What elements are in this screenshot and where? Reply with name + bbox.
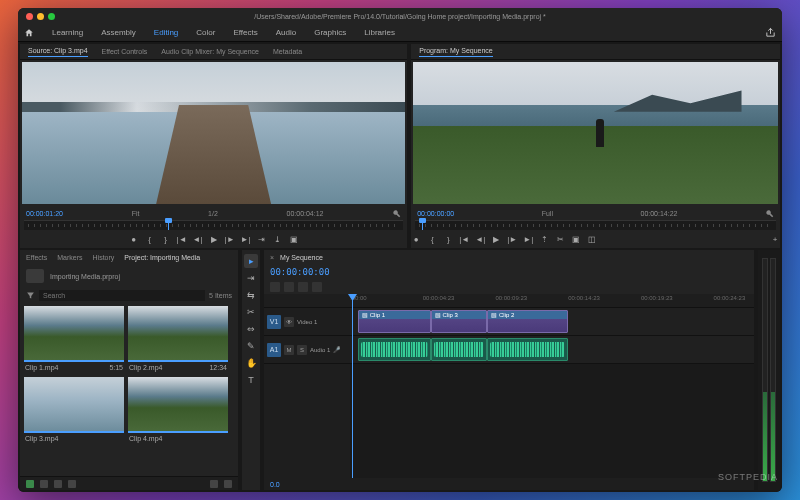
audio-track-1[interactable] <box>350 336 754 364</box>
timeline-audio-clip[interactable] <box>358 338 431 361</box>
sequence-name[interactable]: My Sequence <box>280 254 323 261</box>
icon-view-icon[interactable] <box>54 480 62 488</box>
extract-icon[interactable]: ✂ <box>555 234 565 244</box>
workspace-learning[interactable]: Learning <box>52 28 83 37</box>
compare-icon[interactable]: ◫ <box>587 234 597 244</box>
go-to-in-icon[interactable]: |◄ <box>177 234 187 244</box>
wrench-icon[interactable] <box>392 209 401 218</box>
program-scrubber[interactable] <box>415 220 776 230</box>
pen-tool-icon[interactable]: ✎ <box>244 339 258 353</box>
tab-effects[interactable]: Effects <box>26 254 47 261</box>
list-view-icon[interactable] <box>40 480 48 488</box>
trash-icon[interactable] <box>224 480 232 488</box>
play-icon[interactable]: ▶ <box>209 234 219 244</box>
insert-icon[interactable]: ⇥ <box>257 234 267 244</box>
go-to-out-icon[interactable]: ►| <box>523 234 533 244</box>
go-to-out-icon[interactable]: ►| <box>241 234 251 244</box>
marker-icon[interactable] <box>298 282 308 292</box>
clip-item[interactable]: Clip 4.mp4 <box>128 377 228 444</box>
source-playhead[interactable] <box>168 221 169 230</box>
timeline-audio-clip[interactable] <box>487 338 568 361</box>
step-forward-icon[interactable]: |► <box>507 234 517 244</box>
clip-item[interactable]: Clip 2.mp412:34 <box>128 306 228 373</box>
settings-icon[interactable] <box>312 282 322 292</box>
workspace-audio[interactable]: Audio <box>276 28 296 37</box>
mute-icon[interactable]: M <box>284 345 294 355</box>
track-header-a1[interactable]: A1 M S Audio 1 🎤 <box>264 336 350 364</box>
project-search-input[interactable] <box>39 290 205 301</box>
play-icon[interactable]: ▶ <box>491 234 501 244</box>
workspace-editing[interactable]: Editing <box>154 28 178 37</box>
step-back-icon[interactable]: ◄| <box>193 234 203 244</box>
voiceover-icon[interactable]: 🎤 <box>333 346 340 353</box>
step-back-icon[interactable]: ◄| <box>475 234 485 244</box>
razor-tool-icon[interactable]: ✂ <box>244 305 258 319</box>
video-track-1[interactable]: ▧ Clip 1 ▧ Clip 3 ▧ Clip 2 <box>350 308 754 336</box>
step-forward-icon[interactable]: |► <box>225 234 235 244</box>
slip-tool-icon[interactable]: ⇔ <box>244 322 258 336</box>
overwrite-icon[interactable]: ⤓ <box>273 234 283 244</box>
freeform-view-icon[interactable] <box>68 480 76 488</box>
timeline-clip[interactable]: ▧ Clip 2 <box>487 310 568 333</box>
home-icon[interactable] <box>24 28 34 38</box>
workspace-assembly[interactable]: Assembly <box>101 28 136 37</box>
program-monitor[interactable] <box>413 62 778 204</box>
timeline-audio-clip[interactable] <box>431 338 488 361</box>
tab-audio-clip-mixer[interactable]: Audio Clip Mixer: My Sequence <box>161 48 259 55</box>
lift-icon[interactable]: ⇡ <box>539 234 549 244</box>
source-timecode-in[interactable]: 00:00:01:20 <box>26 210 63 217</box>
workspace-effects[interactable]: Effects <box>233 28 257 37</box>
workspace-color[interactable]: Color <box>196 28 215 37</box>
solo-icon[interactable]: S <box>297 345 307 355</box>
track-tag-a1[interactable]: A1 <box>267 343 281 357</box>
export-frame-icon[interactable]: ▣ <box>571 234 581 244</box>
mark-in-icon[interactable]: { <box>145 234 155 244</box>
timeline-clip[interactable]: ▧ Clip 3 <box>431 310 488 333</box>
tab-program[interactable]: Program: My Sequence <box>419 47 493 57</box>
close-icon[interactable] <box>26 13 33 20</box>
type-tool-icon[interactable]: T <box>244 373 258 387</box>
hand-tool-icon[interactable]: ✋ <box>244 356 258 370</box>
share-icon[interactable] <box>765 27 776 38</box>
tab-effect-controls[interactable]: Effect Controls <box>102 48 148 55</box>
source-zoom-fit[interactable]: Fit <box>132 210 140 217</box>
timeline-timecode[interactable]: 00:00:00:00 <box>270 267 330 277</box>
tab-project[interactable]: Project: Importing Media <box>124 254 200 261</box>
workspace-libraries[interactable]: Libraries <box>364 28 395 37</box>
timeline-playhead[interactable] <box>352 294 353 478</box>
clip-item[interactable]: Clip 1.mp45:15 <box>24 306 124 373</box>
track-select-tool-icon[interactable]: ⇥ <box>244 271 258 285</box>
plus-icon[interactable]: + <box>770 234 780 244</box>
mark-out-icon[interactable]: } <box>443 234 453 244</box>
tab-source[interactable]: Source: Clip 3.mp4 <box>28 47 88 57</box>
track-header-v1[interactable]: V1 👁 Video 1 <box>264 308 350 336</box>
program-timecode-in[interactable]: 00:00:00:00 <box>417 210 454 217</box>
add-marker-icon[interactable]: ● <box>411 234 421 244</box>
track-tag-v1[interactable]: V1 <box>267 315 281 329</box>
clip-item[interactable]: Clip 3.mp4 <box>24 377 124 444</box>
snap-icon[interactable] <box>270 282 280 292</box>
tab-history[interactable]: History <box>93 254 115 261</box>
linked-selection-icon[interactable] <box>284 282 294 292</box>
tracks-area[interactable]: :00:00 00:00:04:23 00:00:09:23 00:00:14:… <box>350 294 754 478</box>
timeline-clip[interactable]: ▧ Clip 1 <box>358 310 431 333</box>
program-playhead[interactable] <box>422 221 423 230</box>
maximize-icon[interactable] <box>48 13 55 20</box>
tab-markers[interactable]: Markers <box>57 254 82 261</box>
new-bin-icon[interactable] <box>210 480 218 488</box>
new-item-icon[interactable] <box>26 480 34 488</box>
source-scrubber[interactable] <box>24 220 403 230</box>
source-monitor[interactable] <box>22 62 405 204</box>
filter-bin-icon[interactable] <box>26 291 35 300</box>
mark-out-icon[interactable]: } <box>161 234 171 244</box>
source-resolution[interactable]: 1/2 <box>208 210 218 217</box>
add-marker-icon[interactable]: ● <box>129 234 139 244</box>
time-ruler[interactable]: :00:00 00:00:04:23 00:00:09:23 00:00:14:… <box>350 294 754 308</box>
mark-in-icon[interactable]: { <box>427 234 437 244</box>
ripple-edit-tool-icon[interactable]: ⇆ <box>244 288 258 302</box>
wrench-icon[interactable] <box>765 209 774 218</box>
program-zoom-fit[interactable]: Full <box>542 210 553 217</box>
toggle-track-output-icon[interactable]: 👁 <box>284 317 294 327</box>
selection-tool-icon[interactable]: ▸ <box>244 254 258 268</box>
tab-metadata[interactable]: Metadata <box>273 48 302 55</box>
